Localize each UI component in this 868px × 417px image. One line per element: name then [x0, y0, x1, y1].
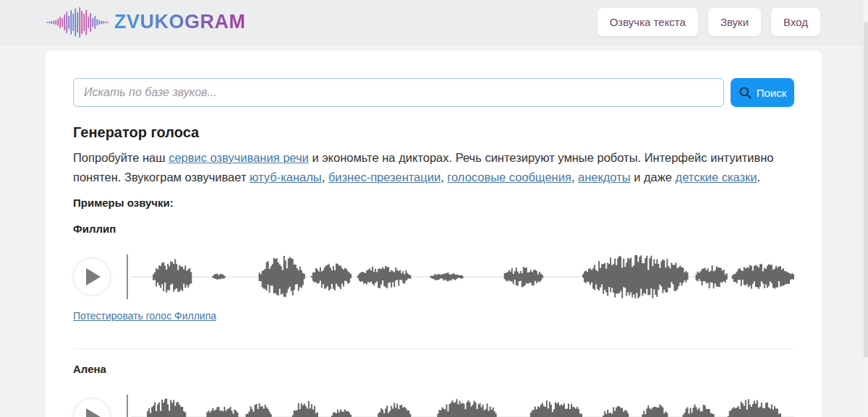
voice-test-link[interactable]: Потестировать голос Филлипа	[73, 310, 216, 322]
nav-button-sounds[interactable]: Звуки	[708, 8, 761, 36]
voice-name: Филлип	[73, 223, 794, 235]
intro-link[interactable]: сервис озвучивания речи	[169, 151, 309, 164]
search-bar: Поиск	[73, 78, 794, 107]
player-divider	[73, 348, 794, 349]
search-icon	[739, 86, 752, 100]
play-button[interactable]	[73, 398, 111, 417]
search-button[interactable]: Поиск	[731, 78, 794, 107]
intro-text: ,	[322, 171, 328, 184]
search-input[interactable]	[73, 78, 724, 107]
player-row	[73, 394, 794, 417]
intro-text: ,	[441, 171, 447, 184]
header-nav: Озвучка текста Звуки Вход	[597, 8, 820, 36]
logo-text: ZVUKOGRAM	[114, 11, 246, 33]
intro-text: ,	[571, 171, 578, 184]
voice-player: Филлип Потестировать голос Филлипа	[73, 223, 794, 322]
waveform[interactable]	[127, 254, 794, 300]
search-button-label: Поиск	[757, 87, 787, 99]
play-icon	[85, 407, 102, 417]
players: Филлип Потестировать голос Филлипа Алена	[73, 223, 794, 417]
logo[interactable]: ZVUKOGRAM	[46, 7, 246, 38]
test-link-wrap: Потестировать голос Филлипа	[73, 309, 794, 322]
header: ZVUKOGRAM Озвучка текста Звуки Вход	[0, 0, 868, 45]
intro-paragraph: Попробуйте наш сервис озвучивания речи и…	[73, 148, 794, 187]
intro-link[interactable]: ютуб-каналы	[250, 171, 322, 184]
intro-link[interactable]: детские сказки	[676, 171, 757, 184]
waveform[interactable]	[127, 394, 794, 417]
scrollbar-thumb[interactable]	[864, 22, 868, 358]
intro-text: .	[757, 171, 761, 184]
nav-button-voiceover[interactable]: Озвучка текста	[597, 8, 698, 36]
intro-text: Попробуйте наш	[73, 151, 169, 164]
nav-button-login[interactable]: Вход	[771, 8, 820, 36]
intro-link[interactable]: анекдоты	[578, 171, 631, 184]
voice-player: Алена	[73, 348, 794, 417]
page-title: Генератор голоса	[73, 124, 794, 141]
player-row	[73, 254, 794, 300]
play-icon	[85, 267, 102, 287]
intro-text: и даже	[631, 171, 676, 184]
logo-waveform-icon	[46, 7, 109, 38]
examples-label: Примеры озвучки:	[73, 197, 794, 209]
play-button[interactable]	[73, 258, 111, 296]
intro-link[interactable]: голосовые сообщения	[447, 171, 571, 184]
intro-link[interactable]: бизнес-презентации	[328, 171, 441, 184]
content-card: Поиск Генератор голоса Попробуйте наш се…	[46, 51, 822, 417]
scrollbar[interactable]	[862, 0, 868, 417]
voice-name: Алена	[73, 363, 794, 375]
